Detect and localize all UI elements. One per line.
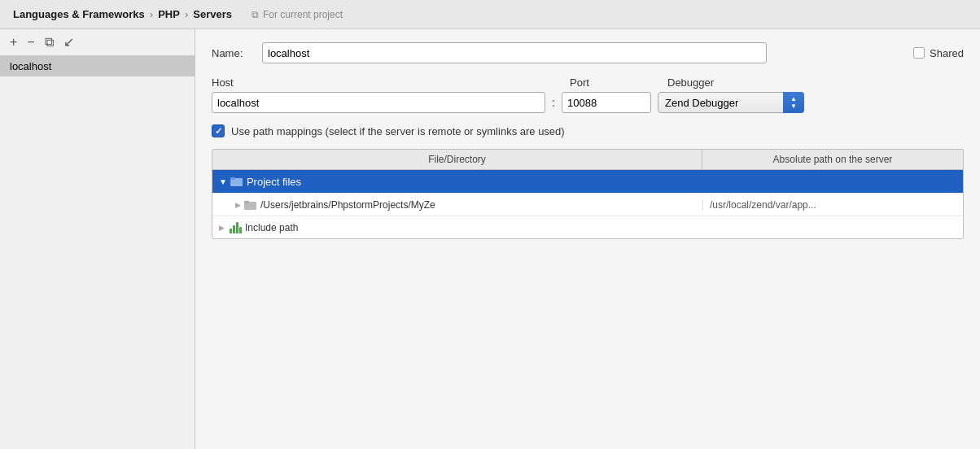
sidebar: + − ⧉ ↙ localhost (0, 29, 195, 449)
breadcrumb-sep-2: › (185, 8, 188, 20)
breadcrumb-sep-1: › (150, 8, 153, 20)
shared-checkbox[interactable] (913, 47, 925, 59)
host-input[interactable] (212, 92, 545, 113)
table-header: File/Directory Absolute path on the serv… (212, 150, 963, 170)
top-bar: Languages & Frameworks › PHP › Servers ⧉… (0, 0, 980, 29)
collapse-button[interactable]: ↙ (60, 34, 77, 50)
path-mappings-table: File/Directory Absolute path on the serv… (212, 149, 964, 239)
svg-rect-1 (230, 177, 235, 180)
include-path-icon (230, 222, 242, 233)
include-path-label: Include path (245, 222, 298, 233)
breadcrumb-item-1: Languages & Frameworks (13, 8, 145, 20)
expand-arrow-project-files: ▼ (219, 177, 227, 186)
sidebar-toolbar: + − ⧉ ↙ (0, 29, 195, 56)
add-button[interactable]: + (7, 34, 20, 50)
breadcrumb-item-2: PHP (158, 8, 180, 20)
main-layout: + − ⧉ ↙ localhost Name: Shared Host Port… (0, 29, 980, 449)
bar3 (236, 222, 238, 233)
row-indent-include-path: ▶ Include path (212, 219, 702, 237)
expand-arrow-include-path: ▶ (219, 224, 225, 232)
row-indent-project-files: ▼ Project files (212, 172, 702, 191)
bar4 (239, 227, 242, 233)
copy-icon: ⧉ (252, 9, 259, 20)
path-mappings-checkbox-row: Use path mappings (select if the server … (212, 124, 964, 137)
project-files-label: Project files (247, 176, 301, 188)
host-label: Host (212, 76, 553, 89)
sidebar-item-label: localhost (10, 60, 51, 72)
th-file-directory: File/Directory (212, 150, 702, 169)
user-path-label: /Users/jetbrains/PhpstormProjects/MyZe (260, 199, 435, 211)
content-area: Name: Shared Host Port Debugger : Zend D… (195, 29, 980, 449)
debugger-label: Debugger (667, 76, 714, 89)
path-mappings-checkbox[interactable] (212, 124, 225, 137)
port-input[interactable] (562, 92, 651, 113)
expand-arrow-user-path: ▶ (235, 201, 241, 209)
remove-button[interactable]: − (24, 34, 37, 50)
breadcrumb: Languages & Frameworks › PHP › Servers (13, 8, 232, 20)
table-row-project-files[interactable]: ▼ Project files (212, 170, 963, 193)
for-current-project: ⧉ For current project (252, 9, 343, 20)
table-row-user-path[interactable]: ▶ /Users/jetbrains/PhpstormProjects/MyZe… (212, 193, 963, 216)
sidebar-item-localhost[interactable]: localhost (0, 56, 195, 76)
row-indent-user-path: ▶ /Users/jetbrains/PhpstormProjects/MyZe (212, 196, 702, 214)
svg-rect-3 (244, 201, 249, 203)
colon-separator: : (545, 96, 562, 109)
host-port-debugger-inputs: : Zend Debugger Xdebug ▲ ▼ (212, 92, 964, 113)
shared-area: Shared (913, 47, 964, 59)
debugger-select[interactable]: Zend Debugger Xdebug (658, 92, 804, 113)
copy-button[interactable]: ⧉ (42, 34, 57, 50)
debugger-select-wrapper: Zend Debugger Xdebug ▲ ▼ (658, 92, 804, 113)
user-path-absolute[interactable]: /usr/local/zend/var/app... (702, 199, 963, 211)
shared-label: Shared (930, 47, 964, 59)
name-input[interactable] (262, 42, 767, 63)
host-port-debugger-labels: Host Port Debugger (212, 76, 964, 89)
bar2 (233, 225, 235, 233)
folder-icon-user-path (244, 199, 257, 211)
port-label: Port (570, 76, 667, 89)
name-row: Name: Shared (212, 42, 964, 63)
breadcrumb-item-3: Servers (193, 8, 232, 20)
bar1 (230, 229, 232, 233)
table-row-include-path[interactable]: ▶ Include path (212, 216, 963, 238)
folder-icon-project-files (230, 176, 243, 187)
path-mappings-label: Use path mappings (select if the server … (231, 125, 565, 137)
for-current-project-label: For current project (263, 9, 343, 20)
name-label: Name: (212, 47, 252, 59)
th-absolute-path: Absolute path on the server (702, 150, 963, 169)
